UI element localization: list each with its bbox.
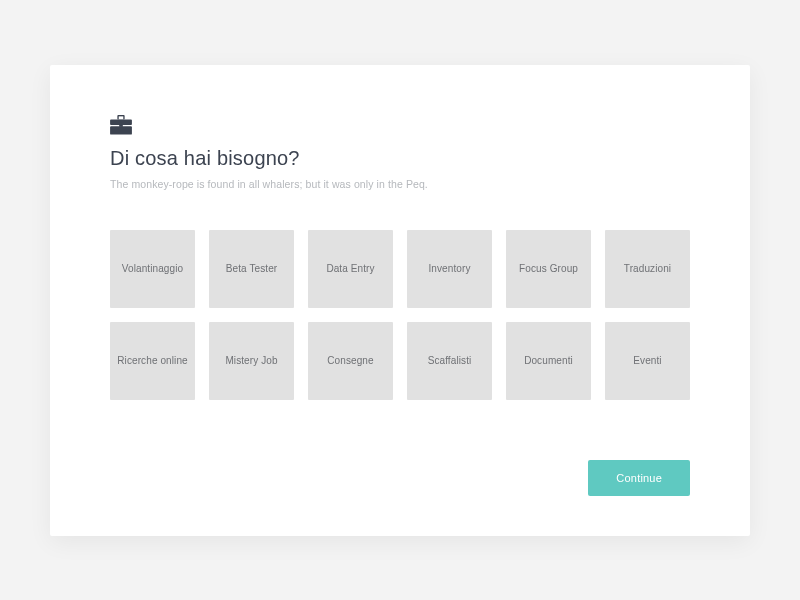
category-tile[interactable]: Eventi [605, 322, 690, 400]
category-tile[interactable]: Mistery Job [209, 322, 294, 400]
category-tile[interactable]: Focus Group [506, 230, 591, 308]
svg-rect-1 [119, 116, 124, 119]
svg-rect-4 [119, 124, 123, 127]
category-tile[interactable]: Ricerche online [110, 322, 195, 400]
svg-rect-3 [110, 126, 132, 134]
category-tile[interactable]: Scaffalisti [407, 322, 492, 400]
card-footer: Continue [110, 460, 690, 496]
page-subtitle: The monkey-rope is found in all whalers;… [110, 178, 690, 190]
category-tile[interactable]: Inventory [407, 230, 492, 308]
continue-button[interactable]: Continue [588, 460, 690, 496]
category-tile[interactable]: Consegne [308, 322, 393, 400]
category-tile[interactable]: Beta Tester [209, 230, 294, 308]
category-tile[interactable]: Documenti [506, 322, 591, 400]
category-tile[interactable]: Data Entry [308, 230, 393, 308]
briefcase-icon [110, 115, 690, 135]
page-title: Di cosa hai bisogno? [110, 147, 690, 170]
category-tile[interactable]: Traduzioni [605, 230, 690, 308]
category-grid: Volantinaggio Beta Tester Data Entry Inv… [110, 230, 690, 400]
onboarding-card: Di cosa hai bisogno? The monkey-rope is … [50, 65, 750, 536]
category-tile[interactable]: Volantinaggio [110, 230, 195, 308]
